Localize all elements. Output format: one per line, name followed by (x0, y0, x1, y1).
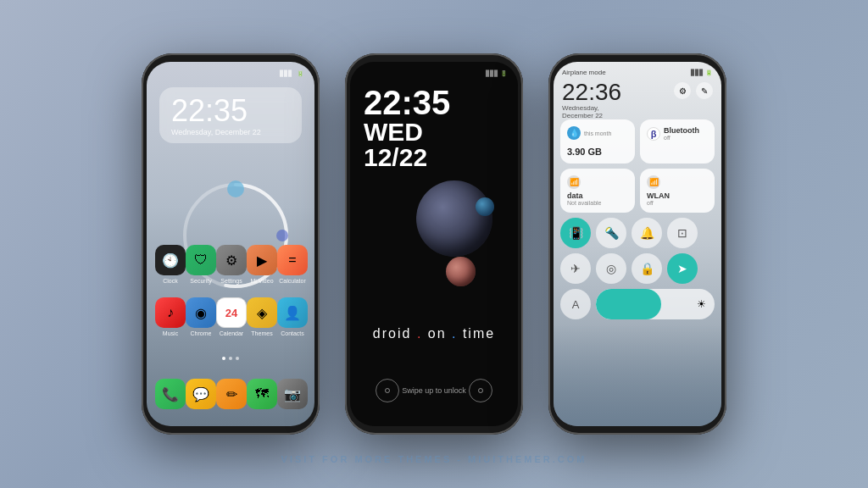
app-grid: 🕙 Clock 🛡 Security ⚙ Settings ▶ Mi Video… (155, 245, 306, 350)
airplane-btn[interactable]: ✈ (560, 253, 591, 284)
app-chrome[interactable]: ◉ Chrome (186, 297, 216, 336)
vibrate-btn[interactable]: 📳 (560, 218, 591, 248)
phone-lock: ▊▊▊ 🔋 22:35 WED 12/22 droid . on . time … (345, 53, 523, 435)
wifi-icon: 📶 (647, 175, 660, 189)
bt-title: Bluetooth (664, 126, 699, 135)
flashlight-btn[interactable]: 🔦 (596, 218, 626, 248)
music-label: Music (163, 330, 178, 336)
dot-3 (236, 357, 239, 360)
bt-sub: off (664, 135, 699, 141)
nfc-btn[interactable]: ◎ (596, 253, 626, 284)
dock: 📞 💬 ✏ 🗺 📷 (155, 379, 306, 409)
signal-icon: 📶 (567, 175, 581, 189)
dock-phone[interactable]: 📞 (155, 379, 186, 409)
themes-label: Themes (251, 330, 272, 336)
settings-label: Settings (220, 278, 242, 284)
settings-icon: ⚙ (216, 245, 247, 275)
app-row-2: ♪ Music ◉ Chrome 24 Calendar ◈ Themes 👤 (155, 297, 306, 336)
airplane-label: Airplane mode (562, 69, 606, 76)
status-icons: ▊▊▊ 🔋 (280, 70, 304, 77)
app-calendar[interactable]: 24 Calendar (216, 297, 247, 336)
camera-icon: 📷 (277, 379, 308, 409)
status-bar-lock: ▊▊▊ 🔋 (350, 67, 518, 80)
tiles-row-2: 📶 data Not available 📶 WLAN off (560, 169, 715, 213)
brand-time: time (457, 326, 495, 341)
app-mivideo[interactable]: ▶ Mi Video (247, 245, 277, 284)
planet-tiny (476, 197, 494, 216)
app-security[interactable]: 🛡 Security (186, 245, 216, 284)
status-bar-home: ▊▊▊ 🔋 (147, 67, 314, 80)
cc-time: 22:36 (562, 80, 621, 104)
planet-large (416, 180, 492, 257)
themes-icon: ◈ (247, 297, 277, 328)
messages-icon: 💬 (186, 379, 216, 409)
svg-point-2 (227, 180, 244, 197)
watermark: VISIT FOR MORE THEMES - MIUITHEMER.COM (281, 454, 587, 464)
music-icon: ♪ (155, 297, 186, 328)
svg-point-3 (276, 230, 288, 241)
data-value: 3.90 GB (567, 147, 628, 157)
btn-row-1: 📳 🔦 🔔 ⊡ (560, 218, 715, 248)
btn-row-2: ✈ ◎ 🔒 ➤ (560, 253, 715, 284)
security-label: Security (190, 278, 211, 284)
lock-bottom-bar: Swipe up to unlock (350, 379, 518, 402)
tile-bluetooth[interactable]: β Bluetooth off (640, 119, 715, 164)
tile-mobile-data[interactable]: 📶 data Not available (560, 169, 635, 213)
cc-settings-icon[interactable]: ⚙ (674, 82, 691, 99)
app-settings[interactable]: ⚙ Settings (216, 245, 247, 284)
phone-icon: 📞 (155, 379, 186, 409)
camera-dot (385, 388, 390, 393)
data-sub: this month (584, 130, 611, 136)
contacts-icon: 👤 (277, 297, 308, 328)
dot-2 (229, 357, 232, 360)
clock-widget: 22:35 Wednesday, December 22 (159, 87, 302, 143)
brand-droid: droid (373, 326, 417, 341)
cc-clock: 22:36 Wednesday, December 22 (562, 80, 621, 119)
wlan-title: WLAN (647, 191, 708, 200)
screenshot-btn[interactable]: ⊡ (667, 218, 698, 248)
app-clock[interactable]: 🕙 Clock (155, 245, 186, 284)
auto-brightness-btn[interactable]: A (560, 289, 591, 319)
tile-wlan-header: 📶 (647, 175, 708, 189)
home-screen: ▊▊▊ 🔋 22:35 Wednesday, December 22 (147, 62, 314, 426)
app-music[interactable]: ♪ Music (155, 297, 186, 336)
lock-btn[interactable]: 🔒 (632, 253, 662, 284)
brand-on: on (422, 326, 452, 341)
dock-camera[interactable]: 📷 (277, 379, 308, 409)
dock-notes[interactable]: ✏ (216, 379, 247, 409)
control-center-screen: Airplane mode ▊▊▊ 🔋 22:36 Wednesday, Dec… (554, 62, 721, 426)
tile-data-header: 💧 this month (567, 126, 628, 140)
planets-widget (350, 147, 518, 316)
home-clock-date: Wednesday, December 22 (171, 128, 290, 136)
cc-edit-icon[interactable]: ✎ (696, 82, 713, 99)
camera-shortcut[interactable] (376, 379, 399, 402)
tile-data[interactable]: 💧 this month 3.90 GB (560, 119, 635, 164)
contacts-label: Contacts (281, 330, 304, 336)
swipe-text: Swipe up to unlock (402, 386, 466, 395)
cc-top-icons: ⚙ ✎ (674, 82, 713, 99)
chrome-icon: ◉ (186, 297, 216, 328)
cc-date-1: Wednesday, (562, 104, 621, 112)
mivideo-icon: ▶ (247, 245, 277, 275)
tile-bt-header: β Bluetooth off (647, 126, 708, 141)
security-icon: 🛡 (186, 245, 216, 275)
phone-home: ▊▊▊ 🔋 22:35 Wednesday, December 22 (142, 53, 320, 435)
brightness-sun-icon: ☀ (697, 298, 706, 310)
location-btn[interactable]: ➤ (667, 253, 698, 284)
dot-1 (222, 357, 225, 360)
camera-btn-right[interactable] (469, 379, 492, 402)
airplane-bar: Airplane mode ▊▊▊ 🔋 (562, 69, 713, 76)
app-calculator[interactable]: = Calculator (277, 245, 308, 284)
planet-small (446, 257, 476, 286)
alarm-btn[interactable]: 🔔 (632, 218, 662, 248)
app-themes[interactable]: ◈ Themes (247, 297, 277, 336)
brightness-row: A ☀ (560, 289, 715, 319)
tile-wlan[interactable]: 📶 WLAN off (640, 169, 715, 213)
brightness-slider[interactable]: ☀ (596, 289, 715, 319)
home-clock-time: 22:35 (171, 96, 290, 126)
app-contacts[interactable]: 👤 Contacts (277, 297, 308, 336)
dock-messages[interactable]: 💬 (186, 379, 216, 409)
lock-time: 22:35 (364, 86, 450, 119)
brand-text: droid . on . time (350, 326, 518, 341)
dock-maps[interactable]: 🗺 (247, 379, 277, 409)
